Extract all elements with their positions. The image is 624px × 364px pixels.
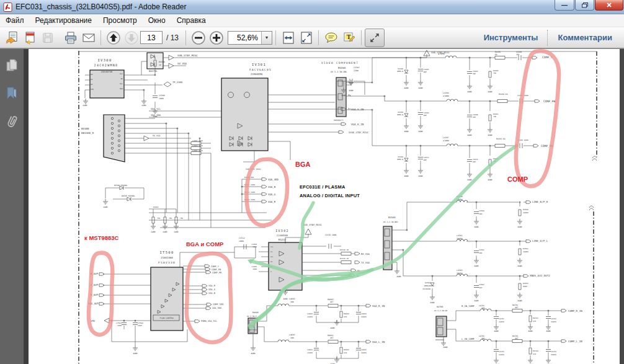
component-label: 68	[495, 53, 497, 56]
open-button[interactable]	[2, 29, 20, 46]
bookmarks-panel-button[interactable]	[4, 85, 19, 101]
component-label: C1-	[270, 251, 274, 253]
comment-button[interactable]	[322, 29, 340, 46]
component-label: VGA_R_IN	[372, 304, 385, 308]
component-label: 100N	[239, 240, 244, 242]
component-label: VCC	[120, 73, 123, 75]
component-label: 47K	[533, 320, 536, 322]
connector-bv300-vga	[104, 115, 125, 162]
component-label: AGND	[467, 179, 471, 181]
component-label: AGND	[517, 226, 522, 228]
menu-edit[interactable]: Редактирование	[30, 15, 97, 26]
component-label: AGND	[474, 265, 478, 267]
component-label: 47K	[344, 316, 347, 318]
menu-help[interactable]: Справка	[171, 15, 212, 26]
component-label: AGND	[488, 91, 492, 93]
component-label: VGA_L_IN	[372, 340, 385, 344]
minimize-button[interactable]: —	[555, 0, 574, 11]
title-bar[interactable]: EFC031_chassis_(32LB040S5).pdf - Adobe R…	[0, 0, 624, 14]
attachments-panel-button[interactable]	[4, 113, 19, 129]
component-label: RS232	[279, 238, 287, 241]
component-label: LV306 1202	[192, 149, 203, 152]
component-label: AGND	[494, 330, 498, 332]
component-label: GGND	[103, 206, 107, 208]
component-label: COMP_PR	[212, 272, 222, 274]
component-label: BA600	[252, 311, 259, 314]
component-label: 5V_VGA	[153, 135, 160, 137]
previous-page-button[interactable]	[104, 29, 122, 46]
component-label: VGA_B	[208, 292, 215, 295]
component-label: 10UF	[138, 324, 142, 327]
component-label: 300	[290, 301, 294, 303]
next-page-button[interactable]	[122, 29, 140, 46]
tools-panel-button[interactable]: Инструменты	[475, 33, 548, 42]
create-pdf-button[interactable]	[20, 29, 38, 46]
component-label: CA603	[307, 313, 313, 315]
component-label: AGND	[133, 352, 137, 355]
component-label: CA602	[361, 348, 367, 351]
component-label: 75R	[493, 72, 496, 74]
menu-window[interactable]: Окно	[143, 15, 171, 26]
page-number-input[interactable]	[140, 31, 163, 44]
fullscreen-button[interactable]	[365, 29, 385, 47]
print-button[interactable]	[61, 29, 79, 46]
component-label: IT500	[159, 251, 174, 254]
pages-panel-button[interactable]	[4, 57, 19, 73]
email-button[interactable]	[79, 29, 97, 46]
ic-iv300	[90, 70, 124, 98]
zoom-in-button[interactable]	[207, 29, 225, 46]
annotation-bga: BGA	[295, 161, 311, 168]
component-label: CA701	[499, 317, 504, 320]
fit-page-button[interactable]	[297, 29, 315, 46]
component-label: CA601	[307, 348, 313, 351]
fit-width-button[interactable]	[279, 29, 297, 46]
component-label: 470MH	[438, 53, 445, 55]
window-title: EFC031_chassis_(32LB040S5).pdf - Adobe R…	[16, 2, 187, 11]
component-label: VGA_G	[208, 288, 215, 291]
component-label: 100N	[252, 268, 257, 270]
save-button[interactable]	[38, 29, 56, 46]
menu-view[interactable]: Просмотр	[97, 15, 143, 26]
annotation-k-mst9883c: к MST9883C	[84, 234, 119, 241]
component-label: DV308 BAV99L	[114, 184, 128, 187]
sidebar-splitter[interactable]	[24, 49, 29, 364]
component-label: AGND	[517, 300, 522, 302]
component-label: CA604	[361, 313, 367, 315]
component-label: 4K7	[330, 301, 334, 303]
component-label: VGA_R	[268, 200, 276, 203]
component-label: 75R	[493, 115, 496, 118]
component-label: RV204 68	[499, 93, 508, 95]
component-label: 220P0	[499, 321, 504, 323]
component-label: C2-	[270, 261, 274, 263]
component-label: COMP_R_IN	[568, 309, 582, 313]
component-label: 100K0	[523, 251, 528, 253]
component-label: RV203 68	[496, 138, 506, 140]
zoom-level-combo[interactable]: 52,6% ▼	[228, 31, 272, 45]
component-label: RV502	[523, 282, 528, 285]
component-label: AGND	[488, 134, 492, 136]
component-label: LV502	[457, 269, 463, 272]
component-label: AGND	[443, 346, 447, 348]
component-label: RV500	[523, 208, 528, 211]
highlight-text-button[interactable]: T	[340, 29, 358, 46]
component-label: COMP_PB	[212, 269, 221, 271]
component-label: CV500	[479, 210, 484, 212]
component-label: LINE_D/P_L	[532, 239, 548, 242]
component-label: 82P	[424, 71, 427, 73]
component-label: 100N	[252, 246, 257, 248]
zoom-out-button[interactable]	[189, 29, 207, 46]
comments-panel-button[interactable]: Комментарии	[548, 33, 622, 42]
comment-bubble-icon	[324, 30, 339, 45]
component-label: RV302	[153, 206, 159, 208]
restore-button[interactable]	[575, 0, 594, 11]
component-label: RA604	[344, 313, 349, 315]
component-label: 24C02WMN8	[94, 63, 118, 67]
close-button[interactable]: ✕	[595, 0, 623, 11]
component-label: 75R	[180, 217, 183, 220]
create-pdf-icon	[22, 30, 37, 45]
menu-file[interactable]: Файл	[0, 15, 30, 26]
component-label: VGA_V_IN	[351, 108, 364, 111]
zoom-dropdown-arrow[interactable]: ▼	[261, 32, 272, 44]
component-label: 100N	[117, 324, 122, 327]
component-label: 82P	[424, 114, 427, 117]
